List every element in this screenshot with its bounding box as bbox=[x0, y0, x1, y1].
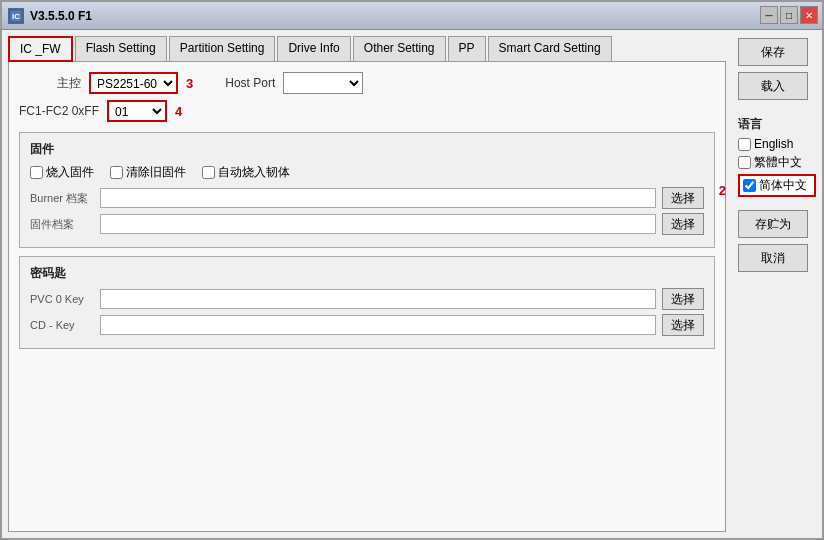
burn-firmware-checkbox[interactable] bbox=[30, 166, 43, 179]
main-controller-select[interactable]: PS2251-60 bbox=[89, 72, 178, 94]
tab-smart-card[interactable]: Smart Card Setting bbox=[488, 36, 612, 61]
badge-2: 2 bbox=[719, 183, 726, 198]
maximize-button[interactable]: □ bbox=[780, 6, 798, 24]
tab-drive-info[interactable]: Drive Info bbox=[277, 36, 350, 61]
firmware-file-input[interactable] bbox=[100, 214, 656, 234]
burner-file-input[interactable] bbox=[100, 188, 656, 208]
window-controls: ─ □ ✕ bbox=[760, 6, 818, 24]
host-port-label: Host Port bbox=[225, 76, 275, 90]
burn-firmware-item: 烧入固件 bbox=[30, 164, 94, 181]
save-button[interactable]: 保存 bbox=[738, 38, 808, 66]
right-panel: 保存 载入 语言 English 繁體中文 简体中文 存贮为 取消 bbox=[732, 30, 822, 538]
app-icon: IC bbox=[8, 8, 24, 24]
traditional-chinese-checkbox[interactable] bbox=[738, 156, 751, 169]
simplified-chinese-checkbox[interactable] bbox=[743, 179, 756, 192]
english-item: English bbox=[738, 137, 816, 151]
tab-bar: IC _FW Flash Setting Partition Setting D… bbox=[8, 36, 726, 62]
clear-old-label: 清除旧固件 bbox=[126, 164, 186, 181]
pvc0-select-button[interactable]: 选择 bbox=[662, 288, 704, 310]
simplified-chinese-item: 简体中文 bbox=[738, 174, 816, 197]
english-checkbox[interactable] bbox=[738, 138, 751, 151]
cancel-button[interactable]: 取消 bbox=[738, 244, 808, 272]
main-area: IC _FW Flash Setting Partition Setting D… bbox=[2, 30, 732, 538]
minimize-button[interactable]: ─ bbox=[760, 6, 778, 24]
traditional-chinese-item: 繁體中文 bbox=[738, 154, 816, 171]
window-title: V3.5.5.0 F1 bbox=[30, 9, 92, 23]
fc-select[interactable]: 01 bbox=[107, 100, 167, 122]
firmware-checkboxes: 烧入固件 清除旧固件 自动烧入韧体 bbox=[30, 164, 704, 181]
fc-label: FC1-FC2 0xFF bbox=[19, 104, 107, 118]
auto-burn-checkbox[interactable] bbox=[202, 166, 215, 179]
load-button[interactable]: 载入 bbox=[738, 72, 808, 100]
auto-burn-item: 自动烧入韧体 bbox=[202, 164, 290, 181]
content-area: IC _FW Flash Setting Partition Setting D… bbox=[2, 30, 822, 538]
title-bar: IC V3.5.5.0 F1 ─ □ ✕ bbox=[2, 2, 822, 30]
save-as-button[interactable]: 存贮为 bbox=[738, 210, 808, 238]
cd-key-row: CD - Key 选择 bbox=[30, 314, 704, 336]
fc-row: FC1-FC2 0xFF 01 4 bbox=[19, 100, 715, 122]
tab-partition-setting[interactable]: Partition Setting bbox=[169, 36, 276, 61]
host-port-select[interactable] bbox=[283, 72, 363, 94]
clear-old-checkbox[interactable] bbox=[110, 166, 123, 179]
badge-4: 4 bbox=[175, 104, 182, 119]
burner-file-row: Burner 档案 选择 bbox=[30, 187, 704, 209]
password-section: 密码匙 PVC 0 Key 选择 CD - Key 选择 bbox=[19, 256, 715, 349]
firmware-file-select-button[interactable]: 选择 bbox=[662, 213, 704, 235]
pvc0-input[interactable] bbox=[100, 289, 656, 309]
close-button[interactable]: ✕ bbox=[800, 6, 818, 24]
firmware-file-label: 固件档案 bbox=[30, 217, 100, 232]
tab-ic-fw[interactable]: IC _FW bbox=[8, 36, 73, 62]
traditional-chinese-label: 繁體中文 bbox=[754, 154, 802, 171]
badge-3: 3 bbox=[186, 76, 193, 91]
main-panel: 主控 PS2251-60 3 Host Port FC1-FC2 0xFF bbox=[8, 62, 726, 532]
auto-burn-label: 自动烧入韧体 bbox=[218, 164, 290, 181]
burner-file-label: Burner 档案 bbox=[30, 191, 100, 206]
simplified-chinese-label: 简体中文 bbox=[759, 177, 807, 194]
password-section-title: 密码匙 bbox=[30, 265, 704, 282]
clear-old-item: 清除旧固件 bbox=[110, 164, 186, 181]
firmware-section-title: 固件 bbox=[30, 141, 704, 158]
language-title: 语言 bbox=[738, 116, 816, 133]
cd-key-select-button[interactable]: 选择 bbox=[662, 314, 704, 336]
tab-other-setting[interactable]: Other Setting bbox=[353, 36, 446, 61]
pvc0-label: PVC 0 Key bbox=[30, 293, 100, 305]
language-section: 语言 English 繁體中文 简体中文 bbox=[738, 116, 816, 200]
firmware-section: 固件 烧入固件 清除旧固件 自动烧入韧体 bbox=[19, 132, 715, 248]
svg-text:IC: IC bbox=[12, 12, 20, 21]
english-label: English bbox=[754, 137, 793, 151]
main-controller-label: 主控 bbox=[19, 75, 89, 92]
host-port-area: Host Port bbox=[225, 72, 363, 94]
main-window: IC V3.5.5.0 F1 ─ □ ✕ IC _FW Flash Settin… bbox=[0, 0, 824, 540]
burner-file-select-button[interactable]: 选择 bbox=[662, 187, 704, 209]
tab-flash-setting[interactable]: Flash Setting bbox=[75, 36, 167, 61]
main-controller-row: 主控 PS2251-60 3 Host Port bbox=[19, 72, 715, 94]
tab-pp[interactable]: PP bbox=[448, 36, 486, 61]
burn-firmware-label: 烧入固件 bbox=[46, 164, 94, 181]
pvc0-row: PVC 0 Key 选择 bbox=[30, 288, 704, 310]
firmware-file-row: 固件档案 选择 bbox=[30, 213, 704, 235]
cd-key-label: CD - Key bbox=[30, 319, 100, 331]
cd-key-input[interactable] bbox=[100, 315, 656, 335]
